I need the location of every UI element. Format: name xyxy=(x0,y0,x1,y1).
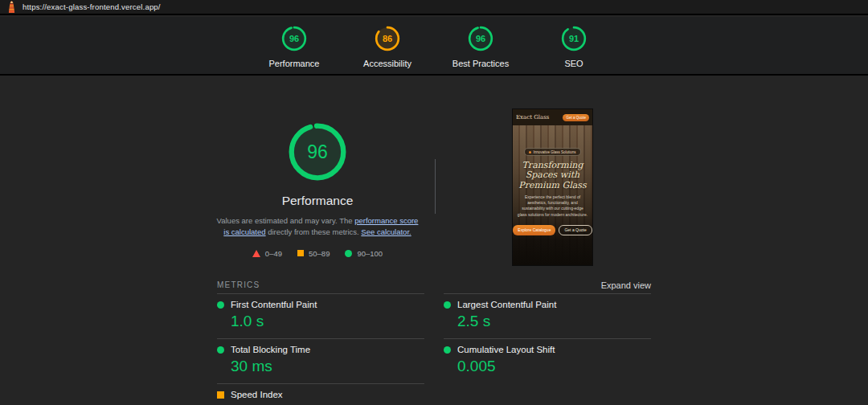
see-calculator-link[interactable]: See calculator. xyxy=(361,227,411,236)
metrics-grid: First Contentful Paint 1.0 s Largest Con… xyxy=(217,293,651,405)
page-screenshot-thumbnail[interactable]: Exact Glass Get a Quote Innovative Glass… xyxy=(513,109,592,265)
metric-value: 1.0 s xyxy=(231,313,424,330)
badge-dot-icon xyxy=(529,151,531,153)
metric-label: Speed Index xyxy=(231,390,283,399)
gauge-score: 96 xyxy=(467,25,494,52)
thumb-headline: Transforming Spaces with Premium Glass xyxy=(518,161,586,190)
metric-value: 0.005 xyxy=(457,358,651,375)
tested-url-link[interactable]: https://exact-glass-frontend.vercel.app/ xyxy=(23,2,161,11)
performance-category-section: 96 Performance Values are estimated and … xyxy=(215,121,420,258)
thumb-badge: Innovative Glass Solutions xyxy=(524,148,580,156)
thumb-cta-row: Explore Catalogue Get a Quote xyxy=(513,225,592,235)
thumb-site-header: Exact Glass Get a Quote xyxy=(513,109,592,125)
lighthouse-report: https://exact-glass-frontend.vercel.app/… xyxy=(0,0,868,405)
legend-range: 0–49 xyxy=(265,249,282,258)
summary-gauge-best-practices[interactable]: 96 Best Practices xyxy=(446,25,515,68)
thumb-hero: Innovative Glass Solutions Transforming … xyxy=(513,125,592,265)
metric-status-icon xyxy=(444,301,451,309)
legend-item-average: 50–89 xyxy=(297,249,330,258)
performance-title: Performance xyxy=(282,194,354,208)
metric-label: Largest Contentful Paint xyxy=(457,300,556,309)
metric-status-icon xyxy=(217,391,224,399)
thumb-header-quote-button: Get a Quote xyxy=(563,114,589,121)
gauge-ring: 96 xyxy=(280,25,308,52)
gauge-score: 96 xyxy=(280,25,308,52)
metrics-heading: METRICS xyxy=(217,280,260,289)
metric-value: 2.5 s xyxy=(457,313,651,330)
score-summary-strip: 96 Performance 86 Accessibility 96 Best … xyxy=(0,17,868,76)
metric-status-icon xyxy=(217,346,224,354)
thumb-body-text: Experience the perfect blend of aestheti… xyxy=(518,194,588,218)
metric-status-icon xyxy=(217,301,224,309)
metric-largest-contentful-paint: Largest Contentful Paint 2.5 s xyxy=(444,293,651,338)
score-disclaimer: Values are estimated and may vary. The p… xyxy=(215,215,420,239)
legend-range: 50–89 xyxy=(309,249,330,258)
thumb-explore-button: Explore Catalogue xyxy=(513,225,555,235)
metrics-section: METRICS Expand view First Contentful Pai… xyxy=(217,276,651,405)
lighthouse-icon xyxy=(6,1,17,13)
average-square-icon xyxy=(297,250,304,256)
gauge-label: SEO xyxy=(564,59,583,68)
legend-item-poor: 0–49 xyxy=(252,249,282,258)
metric-label: Total Blocking Time xyxy=(231,345,310,354)
summary-gauge-performance[interactable]: 96 Performance xyxy=(260,25,329,68)
gauge-score: 86 xyxy=(374,25,401,52)
summary-gauge-seo[interactable]: 91 SEO xyxy=(539,25,608,68)
thumb-badge-label: Innovative Glass Solutions xyxy=(533,150,575,154)
gauge-label: Accessibility xyxy=(363,59,411,68)
report-url-bar: https://exact-glass-frontend.vercel.app/ xyxy=(0,0,868,15)
legend-item-good: 90–100 xyxy=(345,249,383,258)
metric-value: 30 ms xyxy=(231,358,424,375)
thumb-brand-logo: Exact Glass xyxy=(516,114,549,121)
disclaimer-text: directly from these metrics. xyxy=(266,227,362,236)
gauge-ring: 96 xyxy=(467,25,494,52)
gauge-label: Best Practices xyxy=(452,59,509,68)
section-divider xyxy=(435,159,436,214)
metric-status-icon xyxy=(444,346,451,354)
metric-speed-index: Speed Index 3.8 s xyxy=(217,383,424,405)
expand-view-button[interactable]: Expand view xyxy=(601,280,651,290)
score-scale-legend: 0–49 50–89 90–100 xyxy=(252,249,383,258)
gauge-ring: 91 xyxy=(560,25,588,52)
metric-cumulative-layout-shift: Cumulative Layout Shift 0.005 xyxy=(444,338,651,383)
disclaimer-text: Values are estimated and may vary. The xyxy=(217,216,355,225)
gauge-label: Performance xyxy=(269,59,320,68)
gauge-ring: 86 xyxy=(374,25,401,52)
performance-score: 96 xyxy=(286,121,349,183)
good-circle-icon xyxy=(345,250,352,257)
poor-triangle-icon xyxy=(252,250,260,257)
metric-total-blocking-time: Total Blocking Time 30 ms xyxy=(217,338,424,383)
metric-label: Cumulative Layout Shift xyxy=(457,345,555,354)
metric-label: First Contentful Paint xyxy=(231,300,317,309)
gauge-score: 91 xyxy=(560,25,588,52)
legend-range: 90–100 xyxy=(357,249,383,258)
thumb-quote-button: Get a Quote xyxy=(559,225,592,235)
performance-main-gauge: 96 xyxy=(286,121,349,183)
metric-first-contentful-paint: First Contentful Paint 1.0 s xyxy=(217,293,424,338)
summary-gauge-accessibility[interactable]: 86 Accessibility xyxy=(353,25,422,68)
